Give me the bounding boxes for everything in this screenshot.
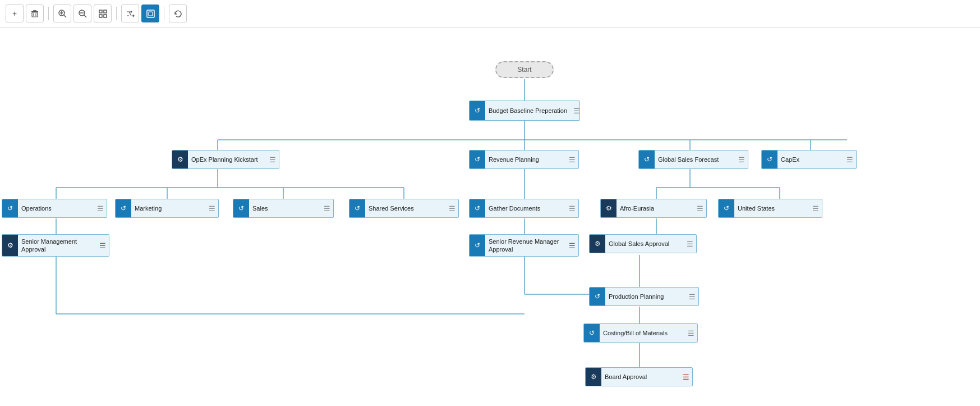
us-doc-icon: ☰ xyxy=(809,204,822,213)
svg-rect-1 xyxy=(33,10,36,11)
operations-doc-icon: ☰ xyxy=(94,204,107,213)
capex-doc-icon: ☰ xyxy=(844,156,856,164)
costing-doc-icon: ☰ xyxy=(685,329,697,337)
sm-icon: ⚙ xyxy=(2,235,18,256)
capex-icon: ↺ xyxy=(762,150,777,168)
svg-line-10 xyxy=(84,15,86,17)
history-button[interactable] xyxy=(169,4,187,22)
svg-rect-15 xyxy=(104,15,107,17)
global-sales-approval-node[interactable]: ⚙ Global Sales Approval ☰ xyxy=(589,234,697,253)
budget-baseline-node[interactable]: ↺ Budget Baseline Preperation ☰ xyxy=(469,101,580,121)
operations-icon: ↺ xyxy=(2,199,18,217)
marketing-node[interactable]: ↺ Marketing ☰ xyxy=(115,199,219,218)
capex-node[interactable]: ↺ CapEx ☰ xyxy=(761,150,857,169)
start-node: Start xyxy=(495,61,554,78)
delete-button[interactable] xyxy=(26,4,44,22)
zoom-in-button[interactable] xyxy=(53,4,71,22)
svg-rect-14 xyxy=(99,15,102,17)
svg-rect-13 xyxy=(104,10,107,13)
operations-node[interactable]: ↺ Operations ☰ xyxy=(2,199,107,218)
costing-node[interactable]: ↺ Costing/Bill of Materials ☰ xyxy=(583,323,698,343)
gsa-icon: ⚙ xyxy=(590,235,605,253)
gather-doc-icon: ☰ xyxy=(566,204,578,213)
revenue-icon: ↺ xyxy=(470,150,485,168)
budget-doc-icon: ☰ xyxy=(570,107,583,115)
sales-doc-icon: ☰ xyxy=(321,204,333,213)
us-icon: ↺ xyxy=(719,199,734,217)
gsf-doc-icon: ☰ xyxy=(735,156,748,164)
srm-icon: ↺ xyxy=(470,235,485,256)
pp-doc-icon: ☰ xyxy=(686,293,698,301)
opex-kickstart-node[interactable]: ⚙ OpEx Planning Kickstart ☰ xyxy=(172,150,279,169)
united-states-node[interactable]: ↺ United States ☰ xyxy=(718,199,822,218)
workflow-canvas: Start ↺ Budget Baseline Preperation ☰ ⚙ … xyxy=(0,28,980,406)
srm-doc-icon: ☰ xyxy=(566,241,578,250)
separator-3 xyxy=(164,7,164,20)
svg-line-6 xyxy=(64,15,66,17)
board-approval-node[interactable]: ⚙ Board Approval ☰ xyxy=(585,367,693,386)
separator-1 xyxy=(48,7,49,20)
gsa-doc-icon: ☰ xyxy=(684,240,696,248)
svg-rect-16 xyxy=(147,10,154,17)
global-sales-forecast-node[interactable]: ↺ Global Sales Forecast ☰ xyxy=(638,150,748,169)
shuffle-button[interactable] xyxy=(121,4,139,22)
add-button[interactable]: + xyxy=(6,4,24,22)
afro-eurasia-node[interactable]: ⚙ Afro-Eurasia ☰ xyxy=(600,199,707,218)
revenue-doc-icon: ☰ xyxy=(566,156,578,164)
senior-revenue-node[interactable]: ↺ Senior Revenue ManagerApproval ☰ xyxy=(469,234,579,257)
ae-doc-icon: ☰ xyxy=(694,204,706,213)
ae-icon: ⚙ xyxy=(601,199,616,217)
gsf-icon: ↺ xyxy=(639,150,655,168)
frame-button[interactable] xyxy=(141,4,159,22)
pp-icon: ↺ xyxy=(590,288,605,305)
zoom-out-button[interactable] xyxy=(73,4,91,22)
budget-icon: ↺ xyxy=(470,101,485,120)
gather-icon: ↺ xyxy=(470,199,485,217)
sales-icon: ↺ xyxy=(233,199,249,217)
ss-doc-icon: ☰ xyxy=(446,204,458,213)
separator-2 xyxy=(116,7,117,20)
shared-services-node[interactable]: ↺ Shared Services ☰ xyxy=(349,199,459,218)
svg-rect-12 xyxy=(99,10,102,13)
fit-button[interactable] xyxy=(94,4,112,22)
revenue-planning-node[interactable]: ↺ Revenue Planning ☰ xyxy=(469,150,579,169)
sales-node[interactable]: ↺ Sales ☰ xyxy=(233,199,334,218)
sm-doc-icon: ☰ xyxy=(96,241,109,250)
gather-documents-node[interactable]: ↺ Gather Documents ☰ xyxy=(469,199,579,218)
marketing-icon: ↺ xyxy=(116,199,131,217)
senior-mgmt-node[interactable]: ⚙ Senior ManagementApproval ☰ xyxy=(2,234,109,257)
svg-rect-2 xyxy=(32,12,38,17)
opex-doc-icon: ☰ xyxy=(266,156,279,164)
ss-icon: ↺ xyxy=(349,199,365,217)
production-planning-node[interactable]: ↺ Production Planning ☰ xyxy=(589,287,699,306)
ba-icon: ⚙ xyxy=(586,368,601,386)
opex-icon: ⚙ xyxy=(172,150,188,168)
svg-rect-17 xyxy=(149,12,153,16)
marketing-doc-icon: ☰ xyxy=(206,204,218,213)
ba-doc-icon: ☰ xyxy=(680,373,692,381)
toolbar: + xyxy=(0,0,980,28)
svg-rect-0 xyxy=(31,11,38,12)
costing-icon: ↺ xyxy=(584,324,600,342)
